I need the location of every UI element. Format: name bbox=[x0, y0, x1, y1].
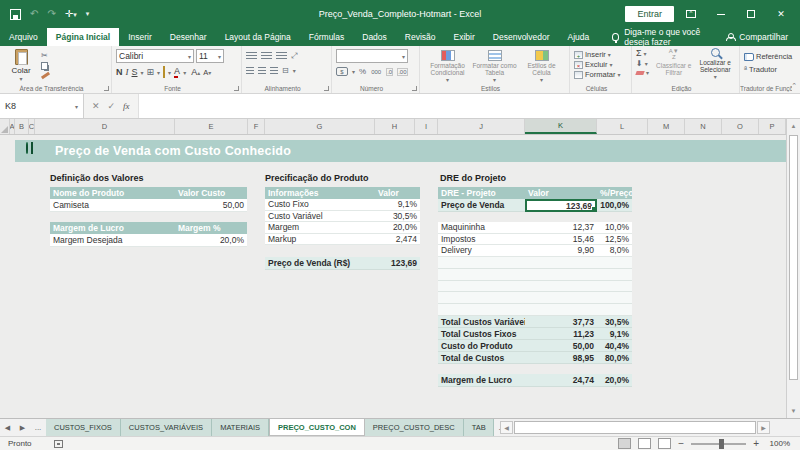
sheet-tab-pre-o-custo-desc[interactable]: PREÇO_CUSTO_DESC bbox=[365, 419, 464, 436]
font-size-combo[interactable]: 11▾ bbox=[196, 49, 224, 63]
cell[interactable] bbox=[525, 257, 597, 269]
zoom-out-icon[interactable]: − bbox=[678, 438, 684, 449]
column-header-L[interactable]: L bbox=[597, 119, 648, 134]
cell[interactable]: Markup bbox=[265, 234, 375, 246]
cell[interactable]: 50,00 bbox=[525, 340, 597, 352]
translator-button[interactable]: ªTradutor bbox=[744, 65, 797, 74]
scroll-up-icon[interactable]: ▲ bbox=[787, 119, 800, 133]
accounting-format-icon[interactable]: $ bbox=[336, 67, 348, 76]
cell[interactable]: 2,474 bbox=[375, 234, 420, 246]
cell[interactable]: Total Custos Variáveis bbox=[438, 316, 525, 328]
cell-styles-button[interactable]: Estilos de Célula ▾ bbox=[518, 50, 565, 84]
column-header-N[interactable]: N bbox=[685, 119, 722, 134]
sheet-tab-materiais[interactable]: MATERIAIS bbox=[212, 419, 269, 436]
paste-button[interactable]: Colar ▾ bbox=[4, 49, 38, 82]
find-select-button[interactable]: Localizar e Selecionar ▾ bbox=[695, 48, 736, 82]
cell[interactable]: Margem bbox=[265, 222, 375, 234]
cell[interactable]: 37,73 bbox=[525, 316, 597, 328]
page-layout-view-icon[interactable] bbox=[638, 438, 651, 449]
sheet-nav-right-icon[interactable]: ▶ bbox=[15, 419, 30, 436]
vertical-scroll-thumb[interactable] bbox=[789, 135, 798, 380]
percent-style-icon[interactable]: % bbox=[359, 67, 366, 76]
cell[interactable]: 12,5% bbox=[597, 234, 632, 246]
cell[interactable]: 40,4% bbox=[597, 340, 632, 352]
cell[interactable]: Margem de Lucro bbox=[50, 222, 175, 234]
cell[interactable]: 15,46 bbox=[525, 234, 597, 246]
zoom-level[interactable]: 100% bbox=[766, 439, 790, 448]
customize-qat-icon[interactable]: ▾ bbox=[86, 10, 90, 18]
cell[interactable] bbox=[597, 304, 632, 316]
ribbon-tab-inserir[interactable]: Inserir bbox=[119, 28, 161, 46]
preco-venda-total-label[interactable]: Preço de Venda (R$) bbox=[265, 257, 375, 270]
cancel-entry-icon[interactable]: ✕ bbox=[92, 101, 100, 111]
share-button[interactable]: Compartilhar bbox=[726, 28, 800, 46]
column-header-H[interactable]: H bbox=[375, 119, 415, 134]
formula-input[interactable] bbox=[139, 94, 800, 118]
record-macro-icon[interactable] bbox=[54, 440, 63, 448]
page-break-view-icon[interactable] bbox=[658, 438, 671, 449]
column-header-E[interactable]: E bbox=[175, 119, 248, 134]
preco-venda-total-value[interactable]: 123,69 bbox=[375, 257, 420, 270]
column-header-O[interactable]: O bbox=[722, 119, 759, 134]
cell[interactable]: Maquininha bbox=[438, 222, 525, 234]
sheet-nav-left-icon[interactable]: ◀ bbox=[0, 419, 15, 436]
cell[interactable]: Custo do Produto bbox=[438, 340, 525, 352]
cell[interactable]: 9,1% bbox=[375, 199, 420, 211]
vertical-scrollbar[interactable]: ▲ ▼ bbox=[786, 119, 800, 418]
italic-button[interactable]: I bbox=[126, 67, 129, 77]
cell[interactable]: Nome do Produto bbox=[50, 187, 175, 199]
borders-icon[interactable]: ⊞ bbox=[147, 67, 155, 77]
maximize-button[interactable] bbox=[738, 5, 764, 23]
scroll-down-icon[interactable]: ▼ bbox=[787, 404, 800, 418]
clear-button[interactable]: ▾ bbox=[636, 69, 649, 76]
format-as-table-button[interactable]: Formatar como Tabela ▾ bbox=[471, 50, 518, 84]
delete-cells-button[interactable]: ×Excluir▾ bbox=[574, 60, 628, 69]
cut-icon[interactable]: ✂ bbox=[41, 51, 50, 60]
select-all-corner[interactable] bbox=[0, 119, 10, 134]
cell[interactable]: Margem % bbox=[175, 222, 247, 234]
zoom-slider[interactable] bbox=[691, 443, 746, 445]
selected-cell-K8[interactable]: 123,69 bbox=[525, 199, 597, 212]
name-box[interactable]: K8 ▾ bbox=[0, 94, 84, 118]
cell[interactable]: Custo Fixo bbox=[265, 199, 375, 211]
confirm-entry-icon[interactable]: ✓ bbox=[108, 101, 116, 111]
format-painter-icon[interactable] bbox=[41, 72, 50, 80]
ribbon-tab-revis-o[interactable]: Revisão bbox=[396, 28, 445, 46]
number-format-combo[interactable]: ▾ bbox=[336, 49, 408, 63]
cell[interactable]: 20,0% bbox=[597, 374, 632, 387]
merge-center-icon[interactable]: ⊟ bbox=[282, 66, 289, 75]
cell[interactable] bbox=[438, 281, 525, 293]
sign-in-button[interactable]: Entrar bbox=[625, 6, 674, 22]
cell[interactable]: 12,37 bbox=[525, 222, 597, 234]
font-color-icon[interactable]: A bbox=[174, 66, 180, 78]
column-header-D[interactable]: D bbox=[35, 119, 175, 134]
ribbon-tab-p-gina-inicial[interactable]: Página Inicial bbox=[47, 28, 119, 46]
cell[interactable]: 30,5% bbox=[375, 211, 420, 223]
reference-button[interactable]: Referência bbox=[744, 52, 797, 61]
align-center-icon[interactable] bbox=[258, 67, 266, 75]
comma-style-icon[interactable]: 000 bbox=[370, 68, 382, 76]
cell[interactable]: Preço de Venda bbox=[438, 199, 525, 212]
ribbon-tab-arquivo[interactable]: Arquivo bbox=[0, 28, 47, 46]
name-box-dropdown-icon[interactable]: ▾ bbox=[75, 103, 78, 110]
touch-mode-icon[interactable]: ✛▾ bbox=[65, 9, 77, 19]
column-header-P[interactable]: P bbox=[759, 119, 786, 134]
ribbon-tab-dados[interactable]: Dados bbox=[353, 28, 396, 46]
format-cells-button[interactable]: Formatar▾ bbox=[574, 70, 628, 79]
insert-function-icon[interactable]: fx bbox=[123, 101, 130, 111]
align-middle-icon[interactable] bbox=[261, 52, 272, 60]
sort-filter-button[interactable]: A▼Z Classificar e Filtrar bbox=[653, 48, 694, 82]
cell[interactable] bbox=[438, 304, 525, 316]
column-header-B[interactable]: B bbox=[15, 119, 29, 134]
cell[interactable]: Delivery bbox=[438, 245, 525, 257]
cell[interactable]: DRE - Projeto bbox=[438, 187, 525, 199]
alignment-dialog-launcher-icon[interactable] bbox=[324, 86, 329, 91]
sheet-tab-custos-fixos[interactable]: CUSTOS_FIXOS bbox=[46, 419, 121, 436]
cell[interactable] bbox=[597, 281, 632, 293]
insert-cells-button[interactable]: +Inserir▾ bbox=[574, 50, 628, 59]
cell[interactable]: %/Preço bbox=[597, 187, 632, 199]
column-header-G[interactable]: G bbox=[265, 119, 375, 134]
cell[interactable]: 50,00 bbox=[175, 199, 247, 212]
redo-icon[interactable]: ↷ bbox=[47, 9, 55, 19]
cell[interactable] bbox=[597, 269, 632, 281]
